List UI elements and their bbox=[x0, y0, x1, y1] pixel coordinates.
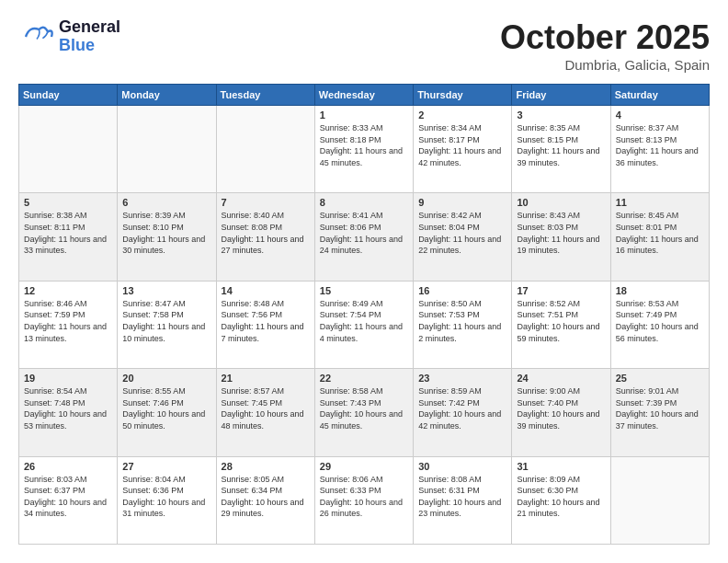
cell-text: Sunrise: 8:08 AM Sunset: 6:31 PM Dayligh… bbox=[418, 474, 506, 520]
cell-text: Sunrise: 8:59 AM Sunset: 7:42 PM Dayligh… bbox=[418, 385, 506, 431]
day-number: 25 bbox=[616, 373, 704, 384]
calendar-cell: 29Sunrise: 8:06 AM Sunset: 6:33 PM Dayli… bbox=[314, 456, 413, 544]
day-number: 17 bbox=[517, 285, 605, 296]
day-header-friday: Friday bbox=[512, 85, 610, 106]
day-number: 29 bbox=[320, 461, 408, 472]
calendar-body: 1Sunrise: 8:33 AM Sunset: 8:18 PM Daylig… bbox=[19, 106, 710, 545]
calendar-cell: 9Sunrise: 8:42 AM Sunset: 8:04 PM Daylig… bbox=[414, 193, 512, 281]
cell-text: Sunrise: 8:03 AM Sunset: 6:37 PM Dayligh… bbox=[24, 474, 112, 520]
cell-text: Sunrise: 8:57 AM Sunset: 7:45 PM Dayligh… bbox=[222, 385, 310, 431]
calendar-cell: 28Sunrise: 8:05 AM Sunset: 6:34 PM Dayli… bbox=[216, 456, 314, 544]
day-header-sunday: Sunday bbox=[19, 85, 118, 106]
day-header-wednesday: Wednesday bbox=[314, 85, 413, 106]
calendar-cell: 20Sunrise: 8:55 AM Sunset: 7:46 PM Dayli… bbox=[118, 369, 216, 456]
day-number: 21 bbox=[222, 373, 310, 384]
cell-text: Sunrise: 8:39 AM Sunset: 8:10 PM Dayligh… bbox=[122, 210, 210, 256]
day-number: 19 bbox=[24, 373, 112, 384]
calendar-cell: 15Sunrise: 8:49 AM Sunset: 7:54 PM Dayli… bbox=[314, 281, 413, 368]
day-number: 12 bbox=[24, 285, 112, 296]
calendar-cell: 10Sunrise: 8:43 AM Sunset: 8:03 PM Dayli… bbox=[512, 193, 610, 281]
day-number: 7 bbox=[222, 197, 310, 208]
calendar-cell: 26Sunrise: 8:03 AM Sunset: 6:37 PM Dayli… bbox=[19, 456, 118, 544]
calendar-cell bbox=[19, 106, 118, 193]
day-number: 26 bbox=[24, 461, 112, 472]
week-row-3: 12Sunrise: 8:46 AM Sunset: 7:59 PM Dayli… bbox=[19, 281, 710, 368]
cell-text: Sunrise: 8:47 AM Sunset: 7:58 PM Dayligh… bbox=[122, 298, 210, 344]
cell-text: Sunrise: 8:58 AM Sunset: 7:43 PM Dayligh… bbox=[320, 385, 408, 431]
logo-icon bbox=[18, 18, 55, 55]
calendar-cell: 5Sunrise: 8:38 AM Sunset: 8:11 PM Daylig… bbox=[19, 193, 118, 281]
calendar-cell: 8Sunrise: 8:41 AM Sunset: 8:06 PM Daylig… bbox=[314, 193, 413, 281]
day-number: 13 bbox=[122, 285, 210, 296]
calendar-cell bbox=[216, 106, 314, 193]
day-number: 22 bbox=[320, 373, 408, 384]
cell-text: Sunrise: 8:40 AM Sunset: 8:08 PM Dayligh… bbox=[222, 210, 310, 256]
day-header-monday: Monday bbox=[118, 85, 216, 106]
logo-general: General bbox=[59, 18, 120, 37]
cell-text: Sunrise: 8:48 AM Sunset: 7:56 PM Dayligh… bbox=[222, 298, 310, 344]
calendar-cell: 11Sunrise: 8:45 AM Sunset: 8:01 PM Dayli… bbox=[610, 193, 709, 281]
day-number: 10 bbox=[517, 197, 605, 208]
calendar-cell: 25Sunrise: 9:01 AM Sunset: 7:39 PM Dayli… bbox=[610, 369, 709, 456]
cell-text: Sunrise: 8:35 AM Sunset: 8:15 PM Dayligh… bbox=[517, 122, 605, 168]
cell-text: Sunrise: 8:54 AM Sunset: 7:48 PM Dayligh… bbox=[24, 385, 112, 431]
day-number: 15 bbox=[320, 285, 408, 296]
calendar-cell: 27Sunrise: 8:04 AM Sunset: 6:36 PM Dayli… bbox=[118, 456, 216, 544]
cell-text: Sunrise: 8:53 AM Sunset: 7:49 PM Dayligh… bbox=[616, 298, 704, 344]
cell-text: Sunrise: 9:00 AM Sunset: 7:40 PM Dayligh… bbox=[517, 385, 605, 431]
week-row-2: 5Sunrise: 8:38 AM Sunset: 8:11 PM Daylig… bbox=[19, 193, 710, 281]
calendar-cell: 2Sunrise: 8:34 AM Sunset: 8:17 PM Daylig… bbox=[414, 106, 512, 193]
cell-text: Sunrise: 8:43 AM Sunset: 8:03 PM Dayligh… bbox=[517, 210, 605, 256]
calendar-cell: 22Sunrise: 8:58 AM Sunset: 7:43 PM Dayli… bbox=[314, 369, 413, 456]
calendar-cell bbox=[118, 106, 216, 193]
day-number: 18 bbox=[616, 285, 704, 296]
cell-text: Sunrise: 8:34 AM Sunset: 8:17 PM Dayligh… bbox=[418, 122, 506, 168]
calendar-cell bbox=[610, 456, 709, 544]
cell-text: Sunrise: 8:09 AM Sunset: 6:30 PM Dayligh… bbox=[517, 474, 605, 520]
header: General Blue October 2025 Dumbria, Galic… bbox=[18, 18, 710, 73]
calendar: SundayMondayTuesdayWednesdayThursdayFrid… bbox=[18, 84, 710, 545]
logo-blue: Blue bbox=[59, 37, 120, 55]
calendar-cell: 4Sunrise: 8:37 AM Sunset: 8:13 PM Daylig… bbox=[610, 106, 709, 193]
calendar-cell: 24Sunrise: 9:00 AM Sunset: 7:40 PM Dayli… bbox=[512, 369, 610, 456]
day-number: 4 bbox=[616, 109, 704, 121]
day-header-thursday: Thursday bbox=[414, 85, 512, 106]
cell-text: Sunrise: 8:06 AM Sunset: 6:33 PM Dayligh… bbox=[320, 474, 408, 520]
day-number: 31 bbox=[517, 461, 605, 472]
cell-text: Sunrise: 8:04 AM Sunset: 6:36 PM Dayligh… bbox=[122, 474, 210, 520]
cell-text: Sunrise: 8:37 AM Sunset: 8:13 PM Dayligh… bbox=[616, 122, 704, 168]
cell-text: Sunrise: 8:41 AM Sunset: 8:06 PM Dayligh… bbox=[320, 210, 408, 256]
cell-text: Sunrise: 8:46 AM Sunset: 7:59 PM Dayligh… bbox=[24, 298, 112, 344]
calendar-cell: 7Sunrise: 8:40 AM Sunset: 8:08 PM Daylig… bbox=[216, 193, 314, 281]
cell-text: Sunrise: 8:52 AM Sunset: 7:51 PM Dayligh… bbox=[517, 298, 605, 344]
cell-text: Sunrise: 9:01 AM Sunset: 7:39 PM Dayligh… bbox=[616, 385, 704, 431]
day-number: 3 bbox=[517, 109, 605, 121]
calendar-cell: 16Sunrise: 8:50 AM Sunset: 7:53 PM Dayli… bbox=[414, 281, 512, 368]
logo: General Blue bbox=[18, 18, 120, 55]
day-number: 2 bbox=[418, 109, 506, 121]
week-row-1: 1Sunrise: 8:33 AM Sunset: 8:18 PM Daylig… bbox=[19, 106, 710, 193]
header-row: SundayMondayTuesdayWednesdayThursdayFrid… bbox=[19, 85, 710, 106]
cell-text: Sunrise: 8:45 AM Sunset: 8:01 PM Dayligh… bbox=[616, 210, 704, 256]
day-number: 8 bbox=[320, 197, 408, 208]
day-number: 5 bbox=[24, 197, 112, 208]
cell-text: Sunrise: 8:49 AM Sunset: 7:54 PM Dayligh… bbox=[320, 298, 408, 344]
logo-name: General Blue bbox=[59, 18, 120, 55]
day-number: 6 bbox=[122, 197, 210, 208]
title-block: October 2025 Dumbria, Galicia, Spain bbox=[500, 18, 710, 73]
page: General Blue October 2025 Dumbria, Galic… bbox=[0, 0, 728, 563]
week-row-5: 26Sunrise: 8:03 AM Sunset: 6:37 PM Dayli… bbox=[19, 456, 710, 544]
calendar-cell: 18Sunrise: 8:53 AM Sunset: 7:49 PM Dayli… bbox=[610, 281, 709, 368]
calendar-cell: 31Sunrise: 8:09 AM Sunset: 6:30 PM Dayli… bbox=[512, 456, 610, 544]
calendar-cell: 23Sunrise: 8:59 AM Sunset: 7:42 PM Dayli… bbox=[414, 369, 512, 456]
location: Dumbria, Galicia, Spain bbox=[500, 57, 710, 73]
calendar-cell: 21Sunrise: 8:57 AM Sunset: 7:45 PM Dayli… bbox=[216, 369, 314, 456]
calendar-cell: 30Sunrise: 8:08 AM Sunset: 6:31 PM Dayli… bbox=[414, 456, 512, 544]
day-number: 11 bbox=[616, 197, 704, 208]
cell-text: Sunrise: 8:38 AM Sunset: 8:11 PM Dayligh… bbox=[24, 210, 112, 256]
day-number: 20 bbox=[122, 373, 210, 384]
day-number: 9 bbox=[418, 197, 506, 208]
day-number: 28 bbox=[222, 461, 310, 472]
calendar-cell: 12Sunrise: 8:46 AM Sunset: 7:59 PM Dayli… bbox=[19, 281, 118, 368]
month-title: October 2025 bbox=[500, 18, 710, 57]
